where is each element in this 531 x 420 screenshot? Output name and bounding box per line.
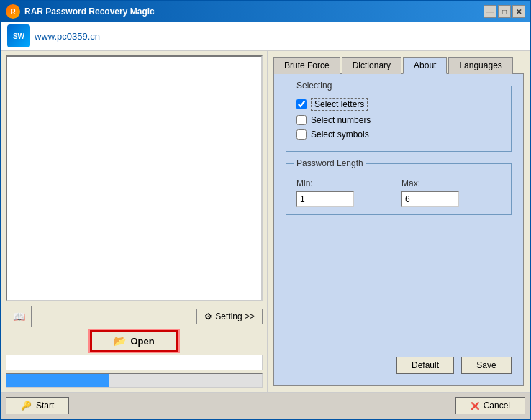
open-btn-row: Open <box>6 330 263 352</box>
tab-brute-force[interactable]: Brute Force <box>273 57 340 74</box>
tab-content-area: Selecting Select letters Select numbers … <box>273 73 524 386</box>
start-button[interactable]: Start <box>6 397 69 414</box>
start-label: Start <box>36 401 54 411</box>
main-window: R RAR Password Recovery Magic — □ ✕ SW w… <box>0 0 531 420</box>
min-input[interactable] <box>296 191 354 207</box>
selecting-group-label: Selecting <box>294 81 335 91</box>
save-button[interactable]: Save <box>461 357 512 374</box>
max-input[interactable] <box>401 191 459 207</box>
open-button[interactable]: Open <box>90 330 178 352</box>
cancel-label: Cancel <box>484 401 510 411</box>
select-symbols-label: Select symbols <box>311 129 369 140</box>
max-label: Max: <box>401 178 501 188</box>
select-letters-row: Select letters <box>296 98 501 111</box>
input-row <box>6 355 263 370</box>
password-length-group: Password Length Min: Max: <box>286 163 512 215</box>
cancel-icon <box>471 401 479 411</box>
app-icon: R <box>6 4 20 19</box>
select-numbers-row: Select numbers <box>296 115 501 125</box>
watermark-logo: SW <box>7 24 30 47</box>
tab-languages[interactable]: Languages <box>448 57 512 74</box>
cancel-button[interactable]: Cancel <box>455 397 525 414</box>
select-numbers-label: Select numbers <box>311 115 371 125</box>
left-panel: Setting >> Open <box>1 51 268 392</box>
tab-bar: Brute Force Dictionary About Languages <box>273 57 524 74</box>
selecting-group: Selecting Select letters Select numbers … <box>286 86 512 152</box>
select-symbols-row: Select symbols <box>296 129 501 140</box>
pw-length-grid: Min: Max: <box>296 178 501 207</box>
progress-bar <box>6 373 263 388</box>
select-letters-label: Select letters <box>311 98 368 111</box>
maximize-button[interactable]: □ <box>498 5 511 18</box>
setting-label: Setting >> <box>215 311 255 321</box>
select-numbers-checkbox[interactable] <box>296 115 307 125</box>
min-label: Min: <box>296 178 396 188</box>
tab-about[interactable]: About <box>403 57 447 74</box>
start-cancel-bar: Start Cancel <box>1 392 530 419</box>
select-letters-checkbox[interactable] <box>296 99 307 109</box>
start-icon <box>21 401 32 411</box>
window-title: RAR Password Recovery Magic <box>24 6 484 17</box>
setting-button[interactable]: Setting >> <box>196 309 263 324</box>
tab-dictionary[interactable]: Dictionary <box>342 57 401 74</box>
max-field-group: Max: <box>401 178 501 207</box>
close-button[interactable]: ✕ <box>512 5 525 18</box>
content-area: Setting >> Open Br <box>1 51 530 392</box>
min-field-group: Min: <box>296 178 396 207</box>
book-icon-button[interactable] <box>6 306 32 327</box>
file-path-input[interactable] <box>6 355 263 370</box>
folder-icon <box>114 335 126 347</box>
file-list-area <box>6 55 263 301</box>
right-panel-buttons: Default Save <box>286 351 512 374</box>
select-symbols-checkbox[interactable] <box>296 129 307 140</box>
gear-icon <box>204 311 212 321</box>
title-bar: R RAR Password Recovery Magic — □ ✕ <box>1 1 530 22</box>
open-label: Open <box>130 336 154 347</box>
bottom-controls: Setting >> Open <box>6 306 263 388</box>
book-icon <box>13 310 25 323</box>
minimize-button[interactable]: — <box>484 5 496 18</box>
bottom-row1: Setting >> <box>6 306 263 327</box>
window-controls: — □ ✕ <box>484 5 525 18</box>
watermark-bar: SW www.pc0359.cn <box>1 22 530 51</box>
default-button[interactable]: Default <box>396 357 454 374</box>
password-length-group-label: Password Length <box>294 158 366 168</box>
right-panel: Brute Force Dictionary About Languages S… <box>268 51 530 392</box>
watermark-url: www.pc0359.cn <box>35 31 100 42</box>
